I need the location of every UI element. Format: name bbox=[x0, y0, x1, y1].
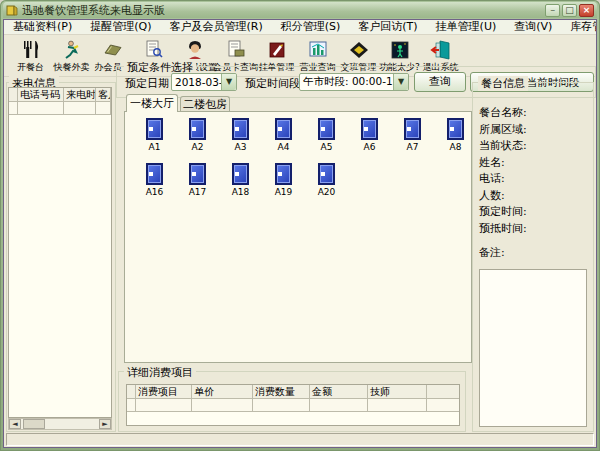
table-door-icon bbox=[318, 118, 335, 140]
menu-query[interactable]: 查询(V) bbox=[505, 20, 561, 34]
seat-A16[interactable]: A16 bbox=[133, 161, 176, 206]
field-area: 所属区域: bbox=[479, 122, 589, 139]
booking-date-select[interactable]: 2018-03-23 ▼ bbox=[171, 73, 237, 91]
seat-A5[interactable]: A5 bbox=[305, 116, 348, 161]
table-door-icon bbox=[146, 118, 163, 140]
table-info-panel: 餐台名称: 所属区域: 当前状态: 姓名: 电话: 人数: 预定时间: 预抵时间… bbox=[472, 82, 594, 432]
tab-floor2-rooms[interactable]: 二楼包房 bbox=[180, 96, 230, 112]
waiter-settings-icon bbox=[183, 38, 207, 62]
field-arrival-time: 预抵时间: bbox=[479, 221, 589, 238]
delivery-runner-icon bbox=[60, 38, 84, 62]
row-selector-header bbox=[9, 88, 18, 102]
table-info-title: 餐台信息 bbox=[478, 76, 528, 91]
caller-table-header: 电话号码 来电时间 客户名称 bbox=[9, 88, 111, 102]
minimize-button[interactable]: － bbox=[545, 4, 560, 17]
menu-inventory[interactable]: 库存管理(W) bbox=[561, 20, 597, 34]
menu-pending-order[interactable]: 挂单管理(U) bbox=[427, 20, 506, 34]
exit-door-icon bbox=[429, 38, 453, 62]
col-phone-number: 电话号码 bbox=[18, 88, 64, 102]
consumption-table-header: 消费项目 单价 消费数量 金额 技师 bbox=[127, 385, 459, 399]
booking-date-label: 预定日期 bbox=[125, 76, 169, 91]
chevron-down-icon[interactable]: ▼ bbox=[393, 74, 408, 90]
table-door-icon bbox=[404, 118, 421, 140]
col-unit-price: 单价 bbox=[192, 385, 253, 399]
scroll-left-icon[interactable]: ◄ bbox=[9, 419, 21, 429]
seat-A20[interactable]: A20 bbox=[305, 161, 348, 206]
table-door-icon bbox=[361, 118, 378, 140]
chevron-down-icon[interactable]: ▼ bbox=[221, 74, 236, 90]
more-features-icon bbox=[388, 38, 412, 62]
consumption-panel-title: 详细消费项目 bbox=[124, 365, 196, 380]
table-door-icon bbox=[318, 163, 335, 185]
seat-A2[interactable]: A2 bbox=[176, 116, 219, 161]
table-door-icon bbox=[232, 118, 249, 140]
seat-map-panel: A1 A2 A3 A4 A5 A6 A7 bbox=[124, 111, 472, 363]
window-title: 迅驰餐饮管理系统来电显示版 bbox=[22, 3, 165, 18]
booking-time-value: 午市时段: 00:00-15:59 bbox=[300, 75, 393, 89]
scroll-thumb[interactable] bbox=[23, 419, 45, 429]
consumption-table-empty-row bbox=[127, 399, 459, 412]
table-door-icon bbox=[232, 163, 249, 185]
field-status: 当前状态: bbox=[479, 138, 589, 155]
shift-change-icon bbox=[347, 38, 371, 62]
scroll-right-icon[interactable]: ► bbox=[99, 419, 111, 429]
seat-A18[interactable]: A18 bbox=[219, 161, 262, 206]
col-item: 消费项目 bbox=[136, 385, 192, 399]
seat-A3[interactable]: A3 bbox=[219, 116, 262, 161]
field-phone: 电话: bbox=[479, 171, 589, 188]
utensils-icon bbox=[19, 38, 43, 62]
business-chart-icon bbox=[306, 38, 330, 62]
row-selector-header bbox=[127, 385, 136, 399]
close-button[interactable]: × bbox=[579, 4, 594, 17]
table-door-icon bbox=[275, 118, 292, 140]
consumption-table[interactable]: 消费项目 单价 消费数量 金额 技师 bbox=[126, 384, 460, 426]
menubar: 基础资料(P) 提醒管理(Q) 客户及会员管理(R) 积分管理(S) 客户回访(… bbox=[4, 20, 596, 35]
remark-textarea[interactable] bbox=[479, 269, 587, 427]
table-door-icon bbox=[189, 118, 206, 140]
query-button[interactable]: 查询 bbox=[414, 72, 466, 92]
table-door-icon bbox=[447, 118, 464, 140]
pending-order-icon bbox=[265, 38, 289, 62]
seat-A4[interactable]: A4 bbox=[262, 116, 305, 161]
app-window: 迅驰餐饮管理系统来电显示版 － □ × 基础资料(P) 提醒管理(Q) 客户及会… bbox=[0, 0, 600, 451]
table-door-icon bbox=[146, 163, 163, 185]
menu-customer-member[interactable]: 客户及会员管理(R) bbox=[160, 20, 271, 34]
table-door-icon bbox=[275, 163, 292, 185]
maximize-button[interactable]: □ bbox=[562, 4, 577, 17]
caller-table-hscrollbar[interactable]: ◄ ► bbox=[8, 418, 112, 430]
titlebar: 迅驰餐饮管理系统来电显示版 － □ × bbox=[3, 2, 597, 18]
col-call-time: 来电时间 bbox=[64, 88, 96, 102]
booking-time-label: 预定时间段 bbox=[245, 76, 300, 91]
client-area: 基础资料(P) 提醒管理(Q) 客户及会员管理(R) 积分管理(S) 客户回访(… bbox=[3, 19, 597, 448]
field-people-count: 人数: bbox=[479, 188, 589, 205]
seat-A8[interactable]: A8 bbox=[434, 116, 477, 161]
seat-A17[interactable]: A17 bbox=[176, 161, 219, 206]
col-quantity: 消费数量 bbox=[253, 385, 310, 399]
table-door-icon bbox=[189, 163, 206, 185]
member-query-icon bbox=[142, 38, 166, 62]
seat-grid: A1 A2 A3 A4 A5 A6 A7 bbox=[133, 116, 477, 206]
open-table-button[interactable]: 开餐台 bbox=[10, 36, 51, 76]
seat-A6[interactable]: A6 bbox=[348, 116, 391, 161]
col-technician: 技师 bbox=[368, 385, 427, 399]
col-customer-name: 客户名称 bbox=[96, 88, 111, 102]
app-icon bbox=[6, 4, 18, 16]
seat-A7[interactable]: A7 bbox=[391, 116, 434, 161]
menu-points[interactable]: 积分管理(S) bbox=[272, 20, 350, 34]
booking-time-select[interactable]: 午市时段: 00:00-15:59 ▼ bbox=[299, 73, 409, 91]
menu-basic-data[interactable]: 基础资料(P) bbox=[4, 20, 81, 34]
caller-table-empty-row bbox=[9, 102, 111, 115]
tab-floor1-hall[interactable]: 一楼大厅 bbox=[126, 94, 178, 112]
seat-A1[interactable]: A1 bbox=[133, 116, 176, 161]
menu-callback[interactable]: 客户回访(T) bbox=[349, 20, 426, 34]
menu-reminder[interactable]: 提醒管理(Q) bbox=[81, 20, 160, 34]
card-query-icon bbox=[224, 38, 248, 62]
caller-table[interactable]: 电话号码 来电时间 客户名称 bbox=[8, 87, 112, 418]
field-booking-time: 预定时间: bbox=[479, 204, 589, 221]
booking-date-value: 2018-03-23 bbox=[172, 76, 221, 88]
fast-food-delivery-button[interactable]: 快餐外卖 bbox=[51, 36, 92, 76]
field-table-name: 餐台名称: bbox=[479, 105, 589, 122]
col-amount: 金额 bbox=[310, 385, 368, 399]
seat-A19[interactable]: A19 bbox=[262, 161, 305, 206]
field-name: 姓名: bbox=[479, 155, 589, 172]
